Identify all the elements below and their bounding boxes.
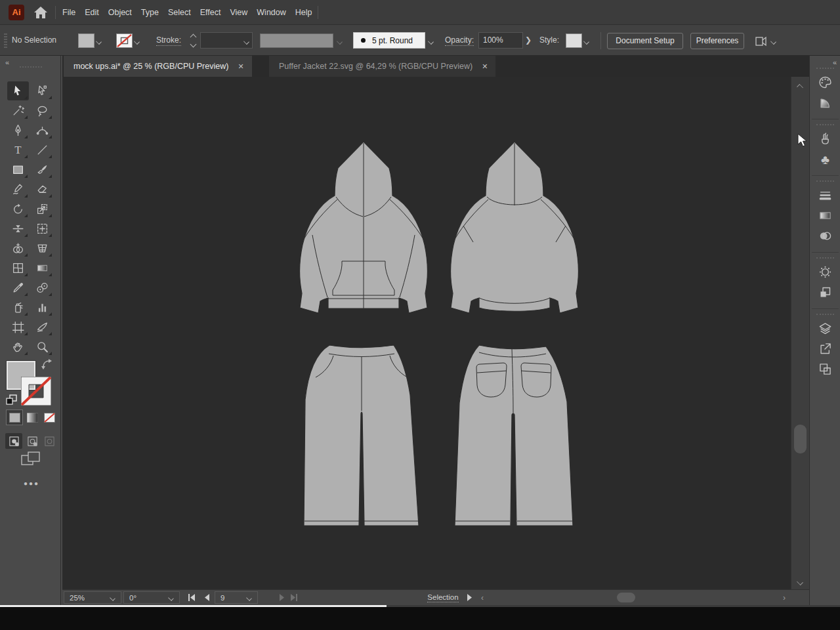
collapse-dock-icon[interactable]: « [833,58,836,66]
stroke-color-button[interactable] [116,33,142,49]
horizontal-scrollbar-thumb[interactable] [617,593,635,602]
artboard-number-dropdown[interactable]: 9 [215,591,258,604]
menu-file[interactable]: File [58,8,80,17]
blend-tool[interactable] [32,278,53,297]
panel-options-icon[interactable] [753,33,768,48]
zoom-level-dropdown[interactable]: 25% [64,591,121,604]
rectangle-tool[interactable] [7,160,29,179]
lasso-tool[interactable] [32,101,53,120]
width-tool[interactable] [7,219,29,238]
preferences-button[interactable]: Preferences [690,33,744,49]
zoom-chevron-icon[interactable] [110,595,117,601]
stroke-weight-stepper[interactable] [188,33,199,49]
magic-wand-tool[interactable] [7,101,29,120]
paintbrush-tool[interactable] [32,160,53,179]
panel-graphic-styles[interactable] [817,284,833,301]
panel-transparency[interactable] [817,228,833,244]
scale-tool[interactable] [32,200,53,219]
scroll-up-icon[interactable] [797,82,804,89]
draw-inside-button[interactable] [41,433,58,449]
artboard-chevron-icon[interactable] [247,595,253,601]
panel-options-chevron-icon[interactable] [769,33,778,48]
style-chevron-icon[interactable] [582,33,591,48]
status-display[interactable]: Selection [354,593,532,601]
line-segment-tool[interactable] [32,140,53,159]
none-mode-button[interactable] [41,410,57,425]
selection-tool[interactable] [7,81,29,100]
fill-color-button[interactable] [78,33,104,49]
mesh-tool[interactable] [7,259,29,278]
first-artboard-button[interactable] [187,593,196,602]
panel-layers[interactable] [817,320,833,337]
type-tool[interactable]: T [7,140,29,159]
last-artboard-button[interactable] [289,593,299,602]
tab-close-icon[interactable]: ✕ [482,62,488,71]
eraser-tool[interactable] [32,180,53,199]
rotate-tool[interactable] [7,200,29,219]
rotation-chevron-icon[interactable] [169,595,175,601]
column-graph-tool[interactable] [32,298,53,317]
menu-effect[interactable]: Effect [196,8,226,17]
home-icon[interactable] [33,5,49,20]
rotation-dropdown[interactable]: 0° [123,591,180,604]
previous-artboard-button[interactable] [203,593,210,602]
color-mode-button[interactable] [7,410,22,425]
artwork-hoodie-back[interactable] [448,140,581,320]
style-swatch[interactable] [566,33,582,48]
canvas[interactable] [62,77,791,589]
stroke-weight-field[interactable] [200,32,253,49]
controlbar-grip[interactable] [4,33,7,48]
artboard-tool[interactable] [7,318,29,337]
menu-window[interactable]: Window [252,8,290,17]
shape-builder-tool[interactable] [7,239,29,258]
document-tab-2[interactable]: Puffer Jacket 22.svg @ 64,29 % (RGB/CPU … [269,56,495,77]
draw-normal-button[interactable] [5,433,22,449]
panel-color[interactable] [817,74,833,91]
panel-gradient[interactable] [817,207,833,224]
hscroll-left-arrow[interactable]: ‹ [481,593,484,602]
direct-selection-tool[interactable] [32,81,53,100]
artwork-pants-back[interactable] [453,344,574,529]
vertical-scrollbar-thumb[interactable] [794,425,807,453]
opacity-more-arrow[interactable]: ❯ [523,34,534,46]
slice-tool[interactable] [32,318,53,337]
fill-swatch[interactable] [78,33,94,48]
pen-tool[interactable] [7,121,29,140]
artwork-hoodie-front[interactable] [298,140,429,320]
panel-stroke[interactable] [817,187,833,203]
menu-edit[interactable]: Edit [80,8,104,17]
stroke-chevron-icon[interactable] [133,33,142,48]
stroke-weight-chevron-icon[interactable] [242,33,251,48]
menu-select[interactable]: Select [163,8,196,17]
width-profile-chevron-icon[interactable] [335,33,345,48]
edit-toolbar-ellipsis[interactable]: ●●● [24,480,39,487]
default-fill-stroke-icon[interactable] [6,394,17,405]
width-profile-dropdown[interactable] [260,33,333,48]
gradient-mode-button[interactable] [24,410,40,425]
artwork-pants-front[interactable] [303,344,421,529]
vertical-scrollbar[interactable] [791,77,809,589]
change-screen-mode-icon[interactable] [20,450,41,469]
style-swatch-button[interactable] [566,33,591,49]
panel-artboards[interactable] [817,361,833,377]
curvature-tool[interactable] [32,121,53,140]
hscroll-right-arrow[interactable]: › [783,593,786,602]
hand-tool[interactable] [7,337,29,356]
menu-help[interactable]: Help [291,8,317,17]
zoom-tool[interactable] [32,337,53,356]
brush-chevron-icon[interactable] [427,33,436,48]
stroke-color-well[interactable] [21,377,51,406]
panel-brushes[interactable] [817,131,833,147]
eyedropper-tool[interactable] [7,278,29,297]
perspective-grid-tool[interactable] [32,239,53,258]
tab-close-icon[interactable]: ✕ [238,62,243,71]
draw-behind-button[interactable] [24,433,41,449]
status-expand-arrow[interactable] [467,593,473,602]
swap-fill-stroke-icon[interactable] [41,358,54,370]
collapse-tools-icon[interactable]: « [5,58,9,66]
panel-export[interactable] [817,341,833,357]
panel-appearance[interactable] [817,264,833,280]
panel-color-guide[interactable] [817,94,833,111]
menu-type[interactable]: Type [136,8,163,17]
stroke-none-swatch[interactable] [116,33,133,48]
